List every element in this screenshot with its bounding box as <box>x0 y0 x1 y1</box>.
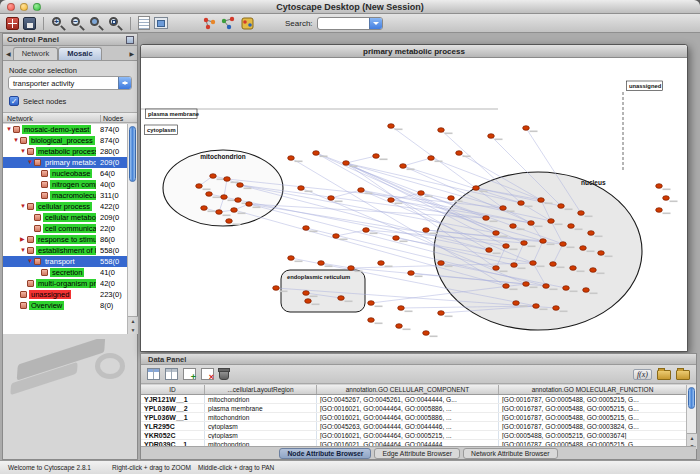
network-node[interactable] <box>473 186 480 191</box>
unselect-attributes-icon[interactable] <box>165 368 178 380</box>
network-node[interactable] <box>393 236 400 241</box>
network-node[interactable] <box>288 256 295 261</box>
network-node[interactable] <box>598 251 605 256</box>
network-node[interactable] <box>590 268 597 273</box>
network-node[interactable] <box>396 324 403 329</box>
annotation-icon[interactable] <box>138 16 150 30</box>
network-node[interactable] <box>343 161 350 166</box>
cell-molecular-function[interactable]: [GO:0016787, GO:0005488, GO:0005215, G..… <box>499 404 687 412</box>
expand-arrow-icon[interactable]: ▼ <box>20 146 27 157</box>
network-node[interactable] <box>373 154 380 159</box>
cell-id[interactable]: YKR052C <box>141 431 205 439</box>
tree-header-network[interactable]: Network <box>7 115 33 122</box>
search-input[interactable] <box>318 18 368 29</box>
network-window-titlebar[interactable]: primary metabolic process <box>141 45 687 58</box>
network-node[interactable] <box>423 331 430 336</box>
expand-arrow-icon[interactable]: ▶ <box>20 234 27 245</box>
network-node[interactable] <box>663 196 670 201</box>
network-node[interactable] <box>568 224 575 229</box>
select-nodes-checkbox[interactable]: ✓ <box>9 96 19 106</box>
network-node[interactable] <box>378 261 385 266</box>
birdseye-view-icon[interactable] <box>154 17 168 29</box>
network-edge[interactable] <box>316 153 486 218</box>
tree-row[interactable]: ▼ metabolic process 280(0 <box>3 146 127 157</box>
table-row[interactable]: YPL036W__2 plasma membrane [GO:0016021, … <box>141 404 687 413</box>
network-node[interactable] <box>226 219 233 224</box>
tree-row[interactable]: secretion 41(0 <box>3 267 127 278</box>
node-color-dropdown[interactable]: transporter activity <box>8 76 132 90</box>
new-attribute-icon[interactable] <box>183 368 196 380</box>
table-row[interactable]: YPL036W__1 mitochondrion [GO:0016021, GO… <box>141 413 687 422</box>
network-node[interactable] <box>483 216 490 221</box>
network-node[interactable] <box>456 151 463 156</box>
network-node[interactable] <box>543 284 550 289</box>
network-node[interactable] <box>518 201 525 206</box>
cell-molecular-function[interactable]: [GO:0016787, GO:0005488, GO:0005215, G..… <box>499 413 687 421</box>
export-attributes-icon[interactable] <box>676 370 690 380</box>
network-node[interactable] <box>656 208 663 213</box>
network-node[interactable] <box>388 198 395 203</box>
tab-network-attribute-browser[interactable]: Network Attribute Browser <box>463 448 558 459</box>
tree-row[interactable]: ▼ cellular process 422(0 <box>3 201 127 212</box>
delete-attribute-icon[interactable] <box>201 368 214 380</box>
column-header[interactable]: ...cellularLayoutRegion <box>205 385 317 394</box>
table-row[interactable]: YJR121W__1 mitochondrion [GO:0045267, GO… <box>141 395 687 404</box>
network-node[interactable] <box>318 261 325 266</box>
network-node[interactable] <box>358 188 365 193</box>
cell-cellular-component[interactable]: [GO:0016021, GO:0044464, GO:0005886, ... <box>317 404 499 412</box>
network-node[interactable] <box>288 156 295 161</box>
network-node[interactable] <box>533 304 540 309</box>
create-network-icon[interactable] <box>221 16 236 31</box>
network-node[interactable] <box>206 192 213 197</box>
network-node[interactable] <box>523 126 530 131</box>
expand-arrow-icon[interactable]: ▼ <box>20 201 27 212</box>
first-neighbors-icon[interactable] <box>202 16 217 31</box>
network-node[interactable] <box>196 184 203 189</box>
network-node[interactable] <box>305 299 312 304</box>
network-node[interactable] <box>224 177 231 182</box>
tree-row[interactable]: ▶ response to stimul 86(0 <box>3 234 127 245</box>
zoom-fit-icon[interactable] <box>108 16 123 31</box>
network-node[interactable] <box>486 248 493 253</box>
network-node[interactable] <box>363 228 370 233</box>
tree-row[interactable]: ▼ mosaic-demo-yeast 874(0 <box>3 124 127 135</box>
network-node[interactable] <box>521 241 528 246</box>
tab-scroll-left-icon[interactable]: ◀ <box>4 50 13 60</box>
network-node[interactable] <box>438 311 445 316</box>
network-node[interactable] <box>348 266 355 271</box>
zoom-in-icon[interactable]: + <box>51 16 66 31</box>
zoom-out-icon[interactable]: − <box>70 16 85 31</box>
cell-cellular-component[interactable]: [GO:0045263, GO:0044444, GO:0044446, ... <box>317 422 499 430</box>
cell-layout-region[interactable]: plasma membrane <box>205 404 317 412</box>
cell-id[interactable]: YPL036W__1 <box>141 413 205 421</box>
dropdown-arrows-icon[interactable] <box>118 77 131 89</box>
cell-molecular-function[interactable]: [GO:0016787, GO:0005488, GO:0005215, G..… <box>499 395 687 403</box>
network-node[interactable] <box>338 296 345 301</box>
network-node[interactable] <box>511 263 518 268</box>
network-node[interactable] <box>523 282 530 287</box>
network-node[interactable] <box>578 211 585 216</box>
close-window-icon[interactable] <box>7 3 15 11</box>
expand-arrow-icon[interactable]: ▼ <box>20 245 27 256</box>
network-node[interactable] <box>580 246 587 251</box>
tab-network[interactable]: Network <box>13 47 59 60</box>
network-node[interactable] <box>418 191 425 196</box>
network-node[interactable] <box>513 301 520 306</box>
cell-id[interactable]: YJR121W__1 <box>141 395 205 403</box>
network-node[interactable] <box>408 271 415 276</box>
network-node[interactable] <box>493 266 500 271</box>
tree-row[interactable]: Overview 8(0) <box>3 300 127 311</box>
table-row[interactable]: YLR295C cytoplasm [GO:0045263, GO:004444… <box>141 422 687 431</box>
network-node[interactable] <box>503 284 510 289</box>
select-attributes-icon[interactable] <box>147 368 160 380</box>
network-node[interactable] <box>656 184 663 189</box>
network-node[interactable] <box>231 208 238 213</box>
network-node[interactable] <box>400 164 407 169</box>
tree-row[interactable]: cell communicat 22(0 <box>3 223 127 234</box>
network-node[interactable] <box>570 266 577 271</box>
network-node[interactable] <box>210 174 217 179</box>
network-node[interactable] <box>237 183 244 188</box>
network-node[interactable] <box>500 206 507 211</box>
network-node[interactable] <box>538 198 545 203</box>
expand-arrow-icon[interactable]: ▼ <box>27 256 34 267</box>
